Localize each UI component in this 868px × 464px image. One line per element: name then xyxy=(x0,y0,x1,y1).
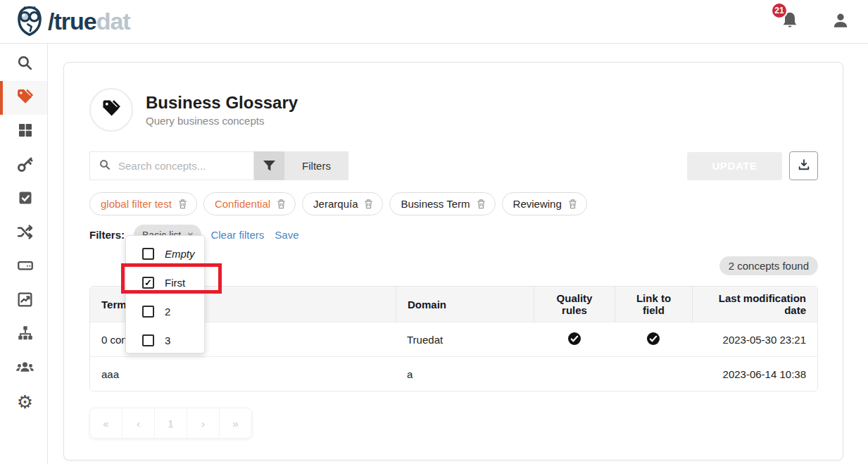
dropdown-option-first[interactable]: ✓ First xyxy=(126,268,204,297)
business-glossary-card: Business Glossary Query business concept… xyxy=(63,62,843,460)
owl-logo-icon xyxy=(14,4,45,39)
search-icon xyxy=(16,54,34,75)
chip-label: global filter test xyxy=(101,198,172,210)
column-header-domain[interactable]: Domain xyxy=(396,287,534,322)
sidebar-item-lineage[interactable] xyxy=(0,216,47,250)
filters-label: Filters: xyxy=(89,229,125,241)
hierarchy-icon xyxy=(16,324,34,345)
cell-link-to-field xyxy=(615,366,692,382)
filter-chip[interactable]: Jerarquía xyxy=(302,192,383,215)
pagination-prev-button[interactable]: ‹ xyxy=(122,408,155,439)
dropdown-option-label: 2 xyxy=(165,306,170,318)
trash-icon[interactable] xyxy=(568,199,577,209)
update-button[interactable]: UPDATE xyxy=(687,152,782,180)
column-header-link-to-field[interactable]: Link to field xyxy=(615,287,692,322)
dropdown-option-label: Empty xyxy=(165,248,195,260)
chip-label: Confidential xyxy=(215,198,270,210)
download-icon xyxy=(798,158,810,174)
checkbox-unchecked[interactable]: ✓ xyxy=(142,248,154,260)
cell-last-modification: 2023-06-14 10:38 xyxy=(692,368,817,380)
dropdown-option-label: First xyxy=(165,277,185,289)
page-title: Business Glossary xyxy=(146,93,298,113)
checkbox-unchecked[interactable]: ✓ xyxy=(142,334,154,346)
pagination-last-button[interactable]: » xyxy=(219,408,252,439)
sidebar-item-search[interactable] xyxy=(0,47,47,81)
sidebar-item-users[interactable] xyxy=(0,351,47,385)
truedat-logo[interactable]: /truedat xyxy=(14,4,130,39)
trash-icon[interactable] xyxy=(178,199,187,209)
filters-button-label: Filters xyxy=(284,151,348,180)
pagination: « ‹ 1 › » xyxy=(89,408,252,439)
left-sidebar: ⚙ xyxy=(0,44,48,464)
cell-quality-rules xyxy=(534,332,615,348)
shuffle-icon xyxy=(16,223,34,244)
bell-icon xyxy=(781,20,799,32)
check-circle-icon xyxy=(646,332,660,348)
chip-label: Jerarquía xyxy=(313,198,358,210)
dropdown-option-empty[interactable]: ✓ Empty xyxy=(126,239,204,268)
cell-link-to-field xyxy=(615,332,692,348)
filters-button[interactable]: Filters xyxy=(254,151,348,180)
table-row[interactable]: aaa a 2023-06-14 10:38 xyxy=(90,356,817,391)
sidebar-item-settings[interactable]: ⚙ xyxy=(0,385,47,419)
tasks-check-icon xyxy=(17,189,34,209)
checkbox-checked[interactable]: ✓ xyxy=(142,277,154,289)
filter-chip[interactable]: Business Term xyxy=(389,192,495,215)
search-input[interactable] xyxy=(118,160,238,172)
results-count-badge: 2 concepts found xyxy=(719,256,818,275)
top-header-bar: /truedat 21 xyxy=(0,0,868,44)
sidebar-item-domains[interactable] xyxy=(0,318,47,351)
column-header-last-modification[interactable]: Last modification date xyxy=(692,287,817,322)
chart-icon xyxy=(16,291,34,311)
dropdown-option-label: 3 xyxy=(165,334,170,346)
server-icon xyxy=(16,256,34,277)
trash-icon[interactable] xyxy=(364,199,373,209)
save-filters-link[interactable]: Save xyxy=(275,229,298,241)
dropdown-option-3[interactable]: ✓ 3 xyxy=(126,326,204,355)
user-icon xyxy=(831,20,850,32)
main-content: Business Glossary Query business concept… xyxy=(48,44,868,464)
notification-count-badge: 21 xyxy=(771,2,788,19)
sidebar-item-data-sources[interactable] xyxy=(0,250,47,284)
sidebar-item-dashboards[interactable] xyxy=(0,115,47,149)
filter-values-dropdown: ✓ Empty ✓ First ✓ 2 ✓ 3 xyxy=(125,235,205,353)
active-filter-chips: global filter test Confidential Jerarquí… xyxy=(89,192,818,215)
cell-term[interactable]: aaa xyxy=(90,368,396,380)
filter-chip[interactable]: Confidential xyxy=(203,192,296,215)
check-circle-icon xyxy=(567,332,581,348)
page-subtitle: Query business concepts xyxy=(146,115,298,127)
download-button[interactable] xyxy=(789,151,818,180)
users-icon xyxy=(15,358,34,380)
sidebar-item-permissions[interactable] xyxy=(0,149,47,182)
dropdown-option-2[interactable]: ✓ 2 xyxy=(126,297,204,326)
filter-chip[interactable]: global filter test xyxy=(89,192,197,215)
sidebar-item-insights[interactable] xyxy=(0,284,47,318)
logo-wordmark: /truedat xyxy=(48,8,130,35)
tag-icon xyxy=(101,98,122,122)
dashboard-grid-icon xyxy=(17,122,34,142)
checkbox-unchecked[interactable]: ✓ xyxy=(142,306,154,318)
chip-label: Reviewing xyxy=(513,198,562,210)
column-header-quality-rules[interactable]: Quality rules xyxy=(534,287,615,322)
sidebar-item-glossary[interactable] xyxy=(0,81,47,115)
gear-icon: ⚙ xyxy=(17,393,33,411)
chip-label: Business Term xyxy=(401,198,470,210)
notifications-button[interactable]: 21 xyxy=(781,11,799,33)
user-menu-button[interactable] xyxy=(831,11,850,32)
glossary-tag-icon xyxy=(15,87,34,109)
funnel-icon xyxy=(254,151,284,180)
cell-domain: Truedat xyxy=(396,334,534,346)
filter-chip[interactable]: Reviewing xyxy=(502,192,587,215)
clear-filters-link[interactable]: Clear filters xyxy=(210,229,264,241)
cell-quality-rules xyxy=(534,366,615,382)
pagination-next-button[interactable]: › xyxy=(187,408,220,439)
trash-icon[interactable] xyxy=(277,199,286,209)
trash-icon[interactable] xyxy=(477,199,486,209)
pagination-page-button[interactable]: 1 xyxy=(154,408,187,439)
cell-last-modification: 2023-05-30 23:21 xyxy=(692,334,817,346)
pagination-first-button[interactable]: « xyxy=(89,408,122,439)
sidebar-item-tasks[interactable] xyxy=(0,182,47,216)
cell-domain: a xyxy=(396,368,534,380)
search-icon xyxy=(99,158,111,174)
search-box xyxy=(89,151,254,180)
